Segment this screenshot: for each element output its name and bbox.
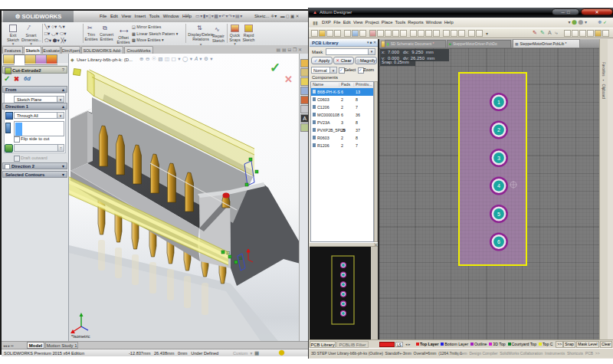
svg-text:2: 2 bbox=[497, 127, 500, 133]
svg-text:3: 3 bbox=[497, 156, 500, 161]
svg-text:1: 1 bbox=[497, 100, 500, 105]
svg-text:13: 13 bbox=[226, 251, 231, 255]
svg-text:*Isometric: *Isometric bbox=[71, 334, 90, 339]
svg-text:6: 6 bbox=[497, 239, 500, 244]
svg-text:5: 5 bbox=[497, 212, 500, 217]
svg-text:4: 4 bbox=[497, 183, 500, 189]
svg-text:1E: 1E bbox=[238, 257, 243, 261]
